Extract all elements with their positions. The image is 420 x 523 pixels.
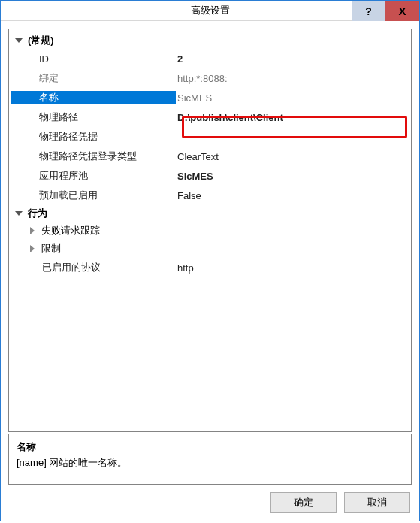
prop-label: 已启用的协议 (11, 261, 176, 274)
category-behavior[interactable]: 行为 (11, 205, 409, 222)
grid-inner: (常规) ID 2 绑定 http:*:8088: 名称 SicMES 物理路径… (9, 29, 411, 280)
prop-label: 名称 (11, 91, 176, 104)
description-panel: 名称 [name] 网站的唯一名称。 (8, 434, 412, 485)
category-general[interactable]: (常规) (11, 32, 409, 49)
category-label: (常规) (28, 34, 54, 47)
collapse-icon[interactable] (29, 245, 37, 253)
sub-failed-request-tracing[interactable]: 失败请求跟踪 (11, 222, 409, 240)
sub-label: 失败请求跟踪 (41, 224, 100, 237)
titlebar-buttons: ? X (352, 1, 419, 21)
prop-app-pool[interactable]: 应用程序池 SicMES (11, 166, 409, 186)
prop-name[interactable]: 名称 SicMES (11, 88, 409, 107)
description-text: [name] 网站的唯一名称。 (17, 456, 403, 470)
property-grid[interactable]: (常规) ID 2 绑定 http:*:8088: 名称 SicMES 物理路径… (8, 29, 412, 432)
prop-value: False (176, 190, 409, 201)
button-row: 确定 取消 (8, 492, 412, 513)
prop-label: 绑定 (11, 71, 176, 85)
client-area: (常规) ID 2 绑定 http:*:8088: 名称 SicMES 物理路径… (1, 21, 419, 521)
advanced-settings-window: 高级设置 ? X (常规) ID 2 绑定 http:*:8088: (0, 0, 420, 521)
prop-label: 物理路径 (11, 110, 176, 124)
prop-enabled-protocols[interactable]: 已启用的协议 http (11, 258, 409, 277)
ok-button[interactable]: 确定 (270, 492, 337, 513)
help-button[interactable]: ? (352, 1, 385, 21)
expand-icon[interactable] (15, 210, 23, 218)
prop-value: SicMES (176, 92, 409, 104)
sub-limits[interactable]: 限制 (11, 240, 409, 258)
prop-physical-path[interactable]: 物理路径 D:\publish\client\Client (11, 107, 409, 127)
cancel-button[interactable]: 取消 (344, 492, 410, 513)
close-button[interactable]: X (385, 1, 419, 21)
prop-label: 应用程序池 (11, 169, 176, 183)
prop-value: SicMES (176, 171, 409, 182)
expand-icon[interactable] (15, 37, 23, 45)
prop-physical-path-cred-logon-type[interactable]: 物理路径凭据登录类型 ClearText (11, 147, 409, 166)
sub-label: 限制 (41, 242, 61, 255)
category-label: 行为 (28, 207, 47, 220)
prop-value: 2 (176, 53, 409, 65)
description-title: 名称 (17, 440, 403, 454)
prop-id[interactable]: ID 2 (11, 49, 409, 68)
prop-label: 物理路径凭据 (11, 130, 176, 144)
prop-label: 物理路径凭据登录类型 (11, 150, 176, 163)
titlebar: 高级设置 ? X (1, 1, 419, 21)
prop-value: http:*:8088: (176, 73, 409, 84)
prop-value: ClearText (176, 151, 409, 162)
collapse-icon[interactable] (29, 227, 37, 235)
prop-value: http (176, 262, 409, 274)
prop-preload-enabled[interactable]: 预加载已启用 False (11, 186, 409, 205)
prop-value: D:\publish\client\Client (176, 112, 409, 123)
prop-label: ID (11, 53, 176, 65)
prop-label: 预加载已启用 (11, 189, 176, 202)
prop-physical-path-cred[interactable]: 物理路径凭据 (11, 127, 409, 147)
prop-binding[interactable]: 绑定 http:*:8088: (11, 68, 409, 88)
